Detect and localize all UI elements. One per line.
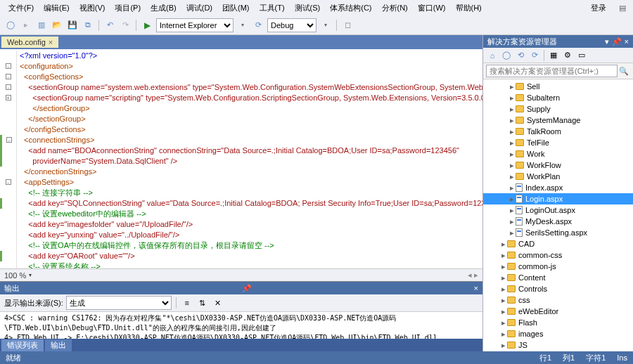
expand-icon[interactable]: ▸ — [500, 341, 507, 350]
fold-gutter[interactable] — [0, 240, 17, 251]
fold-gutter[interactable] — [0, 261, 17, 268]
tree-item-js[interactable]: ▸JS — [483, 339, 633, 351]
pin-icon[interactable]: 📌 — [612, 37, 622, 46]
tab-error-list[interactable]: 错误列表 — [1, 339, 44, 351]
code-line[interactable]: providerName="System.Data.SqlClient" /> — [0, 156, 482, 167]
fold-gutter[interactable] — [0, 209, 17, 219]
start-debug-icon[interactable]: ▶ — [141, 19, 153, 32]
code-line[interactable]: - <configSections> — [0, 72, 482, 82]
expand-icon[interactable]: ▸ — [509, 195, 516, 204]
code-line[interactable]: <?xml version="1.0"?> — [0, 51, 482, 61]
tree-item-login-aspx[interactable]: ▸Login.aspx — [483, 193, 633, 204]
code-line[interactable]: <add key="imagesfolder" value="/UploadFi… — [0, 219, 482, 230]
menu-view[interactable]: 视图(V) — [75, 1, 110, 15]
tree-item-common-css[interactable]: ▸common-css — [483, 249, 633, 261]
expand-icon[interactable]: ▸ — [509, 183, 516, 193]
redo-icon[interactable]: ↷ — [119, 19, 132, 32]
expand-icon[interactable]: ▸ — [509, 228, 516, 238]
expand-icon[interactable]: ▸ — [509, 138, 516, 148]
code-line[interactable]: - <sectionGroup name="system.web.extensi… — [0, 82, 482, 93]
menu-build[interactable]: 生成(B) — [146, 1, 181, 15]
fold-gutter[interactable] — [0, 114, 17, 124]
output-tool-icon[interactable]: ⇅ — [196, 297, 209, 309]
login-link[interactable]: 登录 — [587, 1, 610, 15]
tree-item-workplan[interactable]: ▸WorkPlan — [483, 171, 633, 182]
code-line[interactable]: <add key="yunxing" value="../UploadFile/… — [0, 230, 482, 240]
forward-icon[interactable]: ▸ — [20, 19, 32, 32]
menu-window[interactable]: 窗口(W) — [414, 1, 450, 15]
tree-item-serilssetting-aspx[interactable]: ▸SerilsSetting.aspx — [483, 227, 633, 238]
dropdown-icon[interactable]: ▾ — [605, 37, 609, 46]
expand-icon[interactable]: ▸ — [509, 82, 516, 91]
collapse-icon[interactable]: ▭ — [575, 49, 588, 62]
back-nav-icon[interactable]: ◯ — [500, 49, 513, 62]
menu-arch[interactable]: 体系结构(C) — [326, 1, 376, 15]
tree-item-common-js[interactable]: ▸common-js — [483, 261, 633, 272]
fold-gutter[interactable]: - — [0, 177, 17, 188]
expand-icon[interactable]: ▸ — [509, 206, 516, 215]
expand-icon[interactable]: ▸ — [500, 240, 507, 249]
tree-item-mydesk-aspx[interactable]: ▸MyDesk.aspx — [483, 216, 633, 227]
menu-team[interactable]: 团队(M) — [218, 1, 254, 15]
sync-icon[interactable]: ⟲ — [514, 49, 527, 62]
user-icon[interactable]: ▤ — [616, 1, 629, 14]
new-item-icon[interactable]: ▥ — [35, 19, 48, 32]
save-icon[interactable]: 💾 — [66, 19, 79, 32]
zoom-level[interactable]: 100 % — [4, 271, 26, 280]
expand-icon[interactable]: ▸ — [500, 262, 507, 271]
fold-gutter[interactable] — [0, 198, 17, 209]
save-all-icon[interactable]: ⧉ — [82, 19, 94, 32]
tree-item-subaltern[interactable]: ▸Subaltern — [483, 92, 633, 103]
output-tool-icon[interactable]: ≡ — [181, 297, 193, 309]
expand-icon[interactable]: ▸ — [509, 217, 516, 226]
expand-icon[interactable]: ▸ — [509, 116, 516, 125]
expand-icon[interactable]: ▸ — [500, 307, 507, 316]
fold-gutter[interactable] — [0, 251, 17, 261]
tree-item-flash[interactable]: ▸Flash — [483, 317, 633, 328]
menu-test[interactable]: 测试(S) — [290, 1, 325, 15]
tree-item-sell[interactable]: ▸Sell — [483, 81, 633, 92]
home-icon[interactable]: ⌂ — [486, 49, 499, 62]
search-icon[interactable]: 🔍 — [618, 65, 630, 77]
dropdown-icon[interactable]: ▾ — [319, 19, 332, 32]
fold-gutter[interactable] — [0, 219, 17, 230]
tree-item-loginout-aspx[interactable]: ▸LoginOut.aspx — [483, 204, 633, 216]
tree-item-workflow[interactable]: ▸WorkFlow — [483, 160, 633, 171]
menu-project[interactable]: 项目(P) — [110, 1, 145, 15]
tree-item-work[interactable]: ▸Work — [483, 148, 633, 160]
tree-item-css[interactable]: ▸css — [483, 294, 633, 306]
code-line[interactable]: <!-- 设置系统名称 --> — [0, 261, 482, 268]
code-line[interactable]: <add key="OARoot" value=""/> — [0, 251, 482, 261]
expand-icon[interactable]: ▸ — [509, 150, 516, 159]
undo-icon[interactable]: ↶ — [103, 19, 116, 32]
back-icon[interactable]: ◯ — [4, 19, 17, 32]
dropdown-icon[interactable]: ▾ — [236, 19, 249, 32]
code-line[interactable]: <!-- 设置ewebeditor中的编辑器 --> — [0, 209, 482, 219]
tree-item-ewebeditor[interactable]: ▸eWebEditor — [483, 306, 633, 317]
tree-item-controls[interactable]: ▸Controls — [483, 283, 633, 294]
solution-tree[interactable]: ▸Sell▸Subaltern▸Supply▸SystemManage▸Talk… — [483, 79, 633, 351]
output-source-select[interactable]: 生成 — [66, 296, 172, 310]
fold-gutter[interactable]: - — [0, 135, 17, 145]
tree-item-images[interactable]: ▸images — [483, 328, 633, 339]
show-all-icon[interactable]: ▦ — [547, 49, 560, 62]
code-line[interactable]: </sectionGroup> — [0, 103, 482, 114]
fold-gutter[interactable]: + — [0, 93, 17, 103]
output-clear-icon[interactable]: ✕ — [212, 297, 224, 309]
menu-help[interactable]: 帮助(H) — [452, 1, 486, 15]
tree-item-content[interactable]: ▸Content — [483, 272, 633, 283]
expand-icon[interactable]: ▸ — [500, 285, 507, 294]
code-line[interactable]: + <sectionGroup name="scripting" type="S… — [0, 93, 482, 103]
menu-file[interactable]: 文件(F) — [4, 1, 38, 15]
fold-gutter[interactable]: - — [0, 61, 17, 72]
tree-item-telfile[interactable]: ▸TelFile — [483, 137, 633, 148]
expand-icon[interactable]: ▸ — [500, 273, 507, 282]
menu-debug[interactable]: 调试(D) — [182, 1, 217, 15]
code-line[interactable]: </sectionGroup> — [0, 114, 482, 124]
code-line[interactable]: <!-- 设置OA中的在线编辑控件，该值保存所有的目录，根目录请留空 --> — [0, 240, 482, 251]
code-line[interactable]: - <connectionStrings> — [0, 135, 482, 145]
tree-item-systemmanage[interactable]: ▸SystemManage — [483, 115, 633, 126]
fold-gutter[interactable]: - — [0, 72, 17, 82]
code-editor[interactable]: <?xml version="1.0"?>-<configuration>- <… — [0, 49, 482, 268]
fold-gutter[interactable] — [0, 103, 17, 114]
